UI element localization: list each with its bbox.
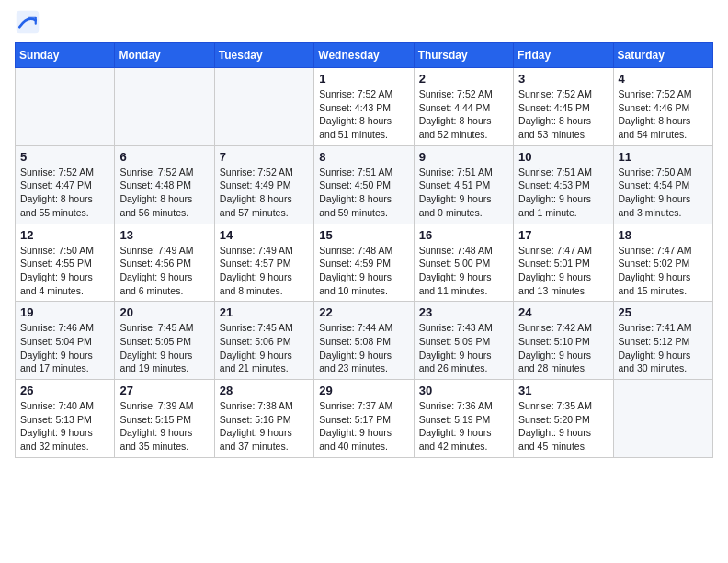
day-number: 18 <box>619 228 708 242</box>
calendar-cell: 15Sunrise: 7:48 AMSunset: 4:59 PMDayligh… <box>314 224 414 302</box>
calendar-week-row: 26Sunrise: 7:40 AMSunset: 5:13 PMDayligh… <box>16 380 713 458</box>
day-number: 11 <box>619 150 708 164</box>
day-number: 8 <box>319 150 408 164</box>
calendar-cell: 31Sunrise: 7:35 AMSunset: 5:20 PMDayligh… <box>514 380 613 458</box>
day-info: Sunrise: 7:46 AMSunset: 5:04 PMDaylight:… <box>20 321 109 375</box>
day-info: Sunrise: 7:52 AMSunset: 4:47 PMDaylight:… <box>20 166 109 220</box>
calendar-cell: 17Sunrise: 7:47 AMSunset: 5:01 PMDayligh… <box>514 224 613 302</box>
calendar-cell: 25Sunrise: 7:41 AMSunset: 5:12 PMDayligh… <box>613 302 712 380</box>
weekday-header: Sunday <box>16 43 115 68</box>
day-number: 17 <box>518 228 608 242</box>
calendar-body: 1Sunrise: 7:52 AMSunset: 4:43 PMDaylight… <box>16 68 713 458</box>
calendar-cell: 1Sunrise: 7:52 AMSunset: 4:43 PMDaylight… <box>314 68 414 146</box>
day-number: 23 <box>419 305 508 319</box>
day-number: 13 <box>119 228 209 242</box>
day-info: Sunrise: 7:52 AMSunset: 4:45 PMDaylight:… <box>518 87 608 142</box>
day-info: Sunrise: 7:48 AMSunset: 4:59 PMDaylight:… <box>319 244 408 298</box>
weekday-header: Friday <box>514 43 613 68</box>
day-number: 31 <box>518 384 608 397</box>
day-info: Sunrise: 7:50 AMSunset: 4:55 PMDaylight:… <box>20 244 109 298</box>
page: SundayMondayTuesdayWednesdayThursdayFrid… <box>0 0 728 563</box>
calendar-cell: 10Sunrise: 7:51 AMSunset: 4:53 PMDayligh… <box>514 145 613 224</box>
day-number: 29 <box>319 384 408 397</box>
weekday-header: Saturday <box>613 43 712 68</box>
day-info: Sunrise: 7:52 AMSunset: 4:49 PMDaylight:… <box>220 166 309 220</box>
day-number: 26 <box>20 384 109 397</box>
day-number: 7 <box>220 150 309 164</box>
calendar-cell: 24Sunrise: 7:42 AMSunset: 5:10 PMDayligh… <box>514 302 613 380</box>
day-info: Sunrise: 7:52 AMSunset: 4:43 PMDaylight:… <box>319 87 408 142</box>
day-info: Sunrise: 7:48 AMSunset: 5:00 PMDaylight:… <box>419 244 508 298</box>
day-info: Sunrise: 7:43 AMSunset: 5:09 PMDaylight:… <box>419 321 508 375</box>
calendar-cell <box>214 68 313 146</box>
weekday-header: Tuesday <box>214 43 313 68</box>
calendar-header: SundayMondayTuesdayWednesdayThursdayFrid… <box>16 43 713 68</box>
calendar-cell <box>613 380 712 458</box>
day-number: 10 <box>518 150 608 164</box>
day-number: 3 <box>518 72 608 86</box>
weekday-header: Thursday <box>414 43 513 68</box>
day-info: Sunrise: 7:47 AMSunset: 5:01 PMDaylight:… <box>518 244 608 298</box>
calendar-cell: 14Sunrise: 7:49 AMSunset: 4:57 PMDayligh… <box>214 224 313 302</box>
day-info: Sunrise: 7:36 AMSunset: 5:19 PMDaylight:… <box>419 399 508 454</box>
calendar-cell: 9Sunrise: 7:51 AMSunset: 4:51 PMDaylight… <box>414 145 513 224</box>
logo-icon <box>15 9 40 35</box>
day-info: Sunrise: 7:52 AMSunset: 4:46 PMDaylight:… <box>619 87 708 142</box>
day-number: 16 <box>419 228 508 242</box>
calendar-cell: 2Sunrise: 7:52 AMSunset: 4:44 PMDaylight… <box>414 68 513 146</box>
day-number: 19 <box>20 305 109 319</box>
day-number: 20 <box>119 305 209 319</box>
day-info: Sunrise: 7:38 AMSunset: 5:16 PMDaylight:… <box>220 399 309 454</box>
calendar-cell: 3Sunrise: 7:52 AMSunset: 4:45 PMDaylight… <box>514 68 613 146</box>
day-number: 28 <box>220 384 309 397</box>
calendar-cell: 13Sunrise: 7:49 AMSunset: 4:56 PMDayligh… <box>115 224 214 302</box>
calendar-cell: 11Sunrise: 7:50 AMSunset: 4:54 PMDayligh… <box>613 145 712 224</box>
calendar-cell: 4Sunrise: 7:52 AMSunset: 4:46 PMDaylight… <box>613 68 712 146</box>
day-number: 6 <box>119 150 209 164</box>
weekday-row: SundayMondayTuesdayWednesdayThursdayFrid… <box>16 43 713 68</box>
day-info: Sunrise: 7:51 AMSunset: 4:50 PMDaylight:… <box>319 166 408 220</box>
day-info: Sunrise: 7:51 AMSunset: 4:53 PMDaylight:… <box>518 166 608 220</box>
day-info: Sunrise: 7:40 AMSunset: 5:13 PMDaylight:… <box>20 399 109 454</box>
calendar-cell: 28Sunrise: 7:38 AMSunset: 5:16 PMDayligh… <box>214 380 313 458</box>
calendar-cell: 8Sunrise: 7:51 AMSunset: 4:50 PMDaylight… <box>314 145 414 224</box>
calendar-week-row: 12Sunrise: 7:50 AMSunset: 4:55 PMDayligh… <box>16 224 713 302</box>
day-info: Sunrise: 7:41 AMSunset: 5:12 PMDaylight:… <box>619 321 708 375</box>
day-info: Sunrise: 7:52 AMSunset: 4:44 PMDaylight:… <box>419 87 508 142</box>
day-info: Sunrise: 7:42 AMSunset: 5:10 PMDaylight:… <box>518 321 608 375</box>
calendar-cell <box>115 68 214 146</box>
calendar-cell: 26Sunrise: 7:40 AMSunset: 5:13 PMDayligh… <box>16 380 115 458</box>
calendar-cell: 5Sunrise: 7:52 AMSunset: 4:47 PMDaylight… <box>16 145 115 224</box>
day-number: 15 <box>319 228 408 242</box>
calendar-cell: 22Sunrise: 7:44 AMSunset: 5:08 PMDayligh… <box>314 302 414 380</box>
calendar-cell <box>16 68 115 146</box>
calendar-cell: 6Sunrise: 7:52 AMSunset: 4:48 PMDaylight… <box>115 145 214 224</box>
day-number: 1 <box>319 72 408 86</box>
day-info: Sunrise: 7:45 AMSunset: 5:05 PMDaylight:… <box>119 321 209 375</box>
calendar-cell: 20Sunrise: 7:45 AMSunset: 5:05 PMDayligh… <box>115 302 214 380</box>
calendar-cell: 18Sunrise: 7:47 AMSunset: 5:02 PMDayligh… <box>613 224 712 302</box>
weekday-header: Wednesday <box>314 43 414 68</box>
day-number: 5 <box>20 150 109 164</box>
calendar-cell: 21Sunrise: 7:45 AMSunset: 5:06 PMDayligh… <box>214 302 313 380</box>
day-number: 25 <box>619 305 708 319</box>
calendar-cell: 27Sunrise: 7:39 AMSunset: 5:15 PMDayligh… <box>115 380 214 458</box>
day-info: Sunrise: 7:39 AMSunset: 5:15 PMDaylight:… <box>119 399 209 454</box>
day-info: Sunrise: 7:44 AMSunset: 5:08 PMDaylight:… <box>319 321 408 375</box>
day-number: 4 <box>619 72 708 86</box>
weekday-header: Monday <box>115 43 214 68</box>
day-number: 24 <box>518 305 608 319</box>
day-info: Sunrise: 7:51 AMSunset: 4:51 PMDaylight:… <box>419 166 508 220</box>
calendar-cell: 7Sunrise: 7:52 AMSunset: 4:49 PMDaylight… <box>214 145 313 224</box>
day-info: Sunrise: 7:49 AMSunset: 4:57 PMDaylight:… <box>220 244 309 298</box>
calendar-cell: 12Sunrise: 7:50 AMSunset: 4:55 PMDayligh… <box>16 224 115 302</box>
day-info: Sunrise: 7:45 AMSunset: 5:06 PMDaylight:… <box>220 321 309 375</box>
calendar-cell: 16Sunrise: 7:48 AMSunset: 5:00 PMDayligh… <box>414 224 513 302</box>
day-number: 14 <box>220 228 309 242</box>
day-number: 30 <box>419 384 508 397</box>
day-info: Sunrise: 7:50 AMSunset: 4:54 PMDaylight:… <box>619 166 708 220</box>
calendar-cell: 19Sunrise: 7:46 AMSunset: 5:04 PMDayligh… <box>16 302 115 380</box>
day-number: 21 <box>220 305 309 319</box>
day-number: 27 <box>119 384 209 397</box>
day-info: Sunrise: 7:37 AMSunset: 5:17 PMDaylight:… <box>319 399 408 454</box>
